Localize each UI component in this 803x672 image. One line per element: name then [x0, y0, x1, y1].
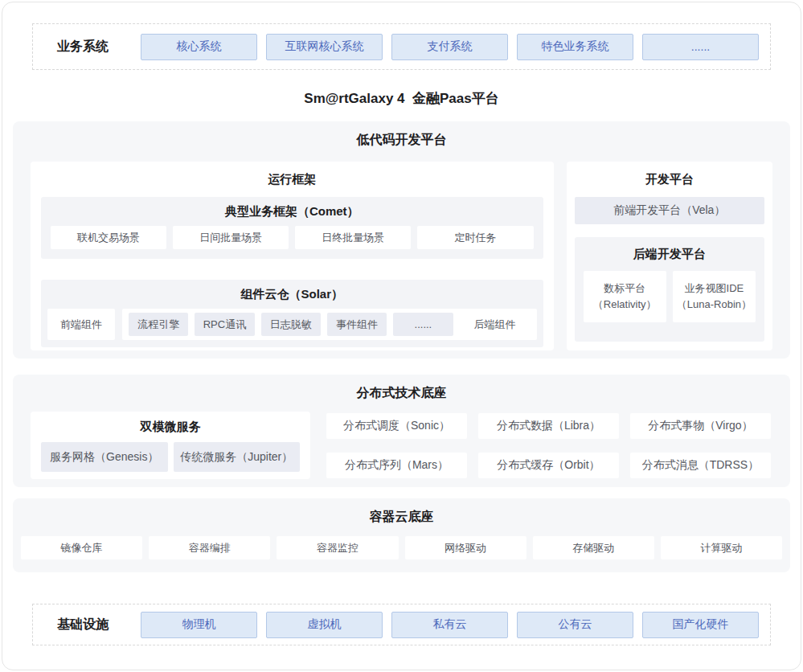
dev-platform-box: 开发平台 前端开发平台（Vela） 后端开发平台 数标平台 （Relativit… — [567, 162, 772, 350]
chip-line2: （Relativity） — [593, 297, 657, 313]
chip-line1: 业务视图IDE — [685, 281, 744, 297]
business-system-special[interactable]: 特色业务系统 — [517, 34, 633, 60]
chip-distributed-sequence-mars[interactable]: 分布式序列（Mars） — [326, 453, 467, 478]
chip-business-view-ide[interactable]: 业务视图IDE （Luna-Robin） — [673, 271, 756, 322]
chip-process-engine[interactable]: 流程引擎 — [129, 313, 188, 336]
container-cloud-title: 容器云底座 — [13, 498, 790, 526]
chip-service-mesh-genesis[interactable]: 服务网格（Genesis） — [41, 442, 168, 472]
chip-rpc-comm[interactable]: RPC通讯 — [195, 313, 254, 336]
comet-framework-section: 典型业务框架（Comet） 联机交易场景 日间批量场景 日终批量场景 定时任务 — [41, 197, 543, 259]
chip-image-registry[interactable]: 镜像仓库 — [21, 536, 142, 559]
architecture-diagram: 业务系统 核心系统 互联网核心系统 支付系统 特色业务系统 ...... Sm@… — [2, 2, 801, 670]
chip-eod-batch[interactable]: 日终批量场景 — [295, 226, 411, 249]
distributed-base-panel: 分布式技术底座 双模微服务 服务网格（Genesis） 传统微服务（Jupite… — [13, 375, 790, 487]
backend-dev-section: 后端开发平台 数标平台 （Relativity） 业务视图IDE （Luna-R… — [575, 237, 764, 342]
business-system-payment[interactable]: 支付系统 — [391, 34, 508, 60]
dual-mode-title: 双模微服务 — [41, 412, 300, 442]
container-cloud-panel: 容器云底座 镜像仓库 容器编排 容器监控 网络驱动 存储驱动 计算驱动 — [13, 498, 790, 572]
chip-distributed-messaging-tdrss[interactable]: 分布式消息（TDRSS） — [630, 453, 771, 478]
dual-mode-microservices-box: 双模微服务 服务网格（Genesis） 传统微服务（Jupiter） — [31, 412, 310, 479]
chip-container-orchestration[interactable]: 容器编排 — [149, 536, 270, 559]
infrastructure-buttons: 物理机 虚拟机 私有云 公有云 国产化硬件 — [141, 612, 759, 638]
solar-warehouse-title: 组件云仓（Solar） — [41, 280, 543, 309]
chip-solar-more[interactable]: ...... — [393, 313, 453, 336]
business-system-more[interactable]: ...... — [642, 34, 759, 60]
chip-daytime-batch[interactable]: 日间批量场景 — [173, 226, 289, 249]
chip-frontend-dev-vela[interactable]: 前端开发平台（Vela） — [575, 197, 764, 224]
chip-log-masking[interactable]: 日志脱敏 — [261, 313, 321, 336]
infrastructure-label: 基础设施 — [57, 617, 141, 633]
low-code-content: 运行框架 典型业务框架（Comet） 联机交易场景 日间批量场景 日终批量场景 … — [13, 149, 790, 350]
distributed-content: 双模微服务 服务网格（Genesis） 传统微服务（Jupiter） 分布式调度… — [13, 402, 790, 479]
infra-public-cloud[interactable]: 公有云 — [517, 612, 633, 638]
chip-distributed-scheduling-sonic[interactable]: 分布式调度（Sonic） — [326, 413, 467, 439]
infra-private-cloud[interactable]: 私有云 — [391, 612, 508, 638]
business-systems-band: 业务系统 核心系统 互联网核心系统 支付系统 特色业务系统 ...... — [32, 23, 771, 70]
chip-data-platform-relativity[interactable]: 数标平台 （Relativity） — [584, 271, 666, 322]
chip-distributed-data-libra[interactable]: 分布式数据（Libra） — [478, 413, 619, 439]
business-system-internet-core[interactable]: 互联网核心系统 — [266, 34, 383, 60]
comet-framework-title: 典型业务框架（Comet） — [41, 197, 543, 226]
infra-virtual-machine[interactable]: 虚拟机 — [266, 612, 383, 638]
page-title: Sm@rtGalaxy 4 金融Paas平台 — [2, 89, 801, 108]
runtime-framework-box: 运行框架 典型业务框架（Comet） 联机交易场景 日间批量场景 日终批量场景 … — [31, 162, 554, 350]
chip-online-trading[interactable]: 联机交易场景 — [51, 226, 166, 249]
infra-physical-machine[interactable]: 物理机 — [141, 612, 257, 638]
chip-compute-driver[interactable]: 计算驱动 — [661, 536, 782, 559]
low-code-platform-title: 低代码开发平台 — [13, 121, 790, 149]
distributed-base-title: 分布式技术底座 — [13, 375, 790, 402]
backend-components-label: 后端组件 — [460, 318, 531, 332]
chip-network-driver[interactable]: 网络驱动 — [405, 536, 526, 559]
chip-event-components[interactable]: 事件组件 — [327, 313, 387, 336]
chip-traditional-microservices-jupiter[interactable]: 传统微服务（Jupiter） — [174, 442, 301, 472]
infra-domestic-hardware[interactable]: 国产化硬件 — [642, 612, 759, 638]
chip-distributed-cache-orbit[interactable]: 分布式缓存（Orbit） — [478, 453, 619, 478]
backend-dev-title: 后端开发平台 — [575, 237, 764, 271]
runtime-framework-title: 运行框架 — [41, 162, 543, 197]
infrastructure-band: 基础设施 物理机 虚拟机 私有云 公有云 国产化硬件 — [32, 604, 771, 645]
business-systems-label: 业务系统 — [57, 39, 141, 55]
backend-dev-chips: 数标平台 （Relativity） 业务视图IDE （Luna-Robin） — [575, 271, 764, 322]
distributed-services-grid: 分布式调度（Sonic） 分布式数据（Libra） 分布式事物（Virgo） 分… — [326, 412, 772, 479]
chip-distributed-transaction-virgo[interactable]: 分布式事物（Virgo） — [630, 413, 771, 439]
solar-warehouse-section: 组件云仓（Solar） 前端组件 流程引擎 RPC通讯 日志脱敏 事件组件 ..… — [41, 280, 543, 347]
business-system-core[interactable]: 核心系统 — [141, 34, 257, 60]
solar-chips: 前端组件 流程引擎 RPC通讯 日志脱敏 事件组件 ...... 后端组件 — [41, 309, 543, 347]
chip-line2: （Luna-Robin） — [677, 297, 752, 313]
dev-platform-title: 开发平台 — [575, 162, 764, 197]
business-systems-buttons: 核心系统 互联网核心系统 支付系统 特色业务系统 ...... — [141, 34, 759, 60]
dual-mode-chips: 服务网格（Genesis） 传统微服务（Jupiter） — [41, 442, 300, 472]
chip-storage-driver[interactable]: 存储驱动 — [533, 536, 654, 559]
low-code-platform-panel: 低代码开发平台 运行框架 典型业务框架（Comet） 联机交易场景 日间批量场景… — [13, 121, 790, 359]
chip-frontend-components[interactable]: 前端组件 — [47, 309, 115, 340]
chip-line1: 数标平台 — [604, 281, 645, 297]
solar-backend-strip: 流程引擎 RPC通讯 日志脱敏 事件组件 ...... 后端组件 — [122, 309, 537, 340]
chip-container-monitoring[interactable]: 容器监控 — [277, 536, 398, 559]
container-cloud-chips: 镜像仓库 容器编排 容器监控 网络驱动 存储驱动 计算驱动 — [13, 526, 790, 559]
comet-chips: 联机交易场景 日间批量场景 日终批量场景 定时任务 — [41, 226, 543, 259]
chip-scheduled-tasks[interactable]: 定时任务 — [417, 226, 533, 249]
